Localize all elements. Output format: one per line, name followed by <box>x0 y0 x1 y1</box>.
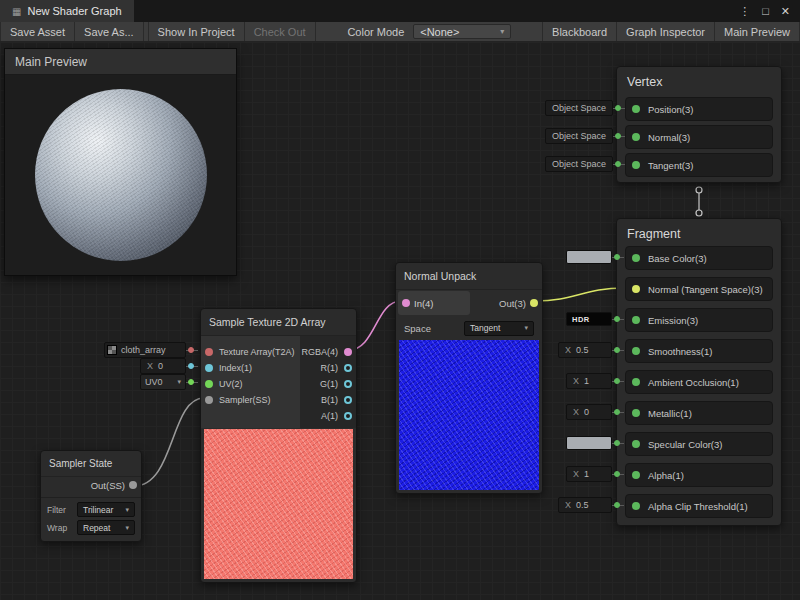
normal-space-dropdown[interactable]: Object Space <box>545 128 613 144</box>
sample-node-title: Sample Texture 2D Array <box>201 309 356 336</box>
port-normal-tangent-space[interactable] <box>632 285 640 293</box>
port-index-label: Index(1) <box>219 363 252 373</box>
block-normal-tangent-space[interactable]: Normal (Tangent Space)(3) <box>625 277 773 301</box>
port-row-g[interactable]: G(1) <box>320 376 356 392</box>
alpha-field[interactable]: X 1 <box>566 466 612 482</box>
axis-label: X <box>147 361 153 371</box>
normal-space-label: Object Space <box>552 131 606 141</box>
port-sampler[interactable] <box>205 396 213 404</box>
port-metallic[interactable] <box>632 409 640 417</box>
port-emission[interactable] <box>632 316 640 324</box>
color-mode-dropdown[interactable]: <None> ▾ <box>413 24 511 39</box>
port-rgba[interactable] <box>344 348 352 356</box>
main-preview-panel[interactable]: Main Preview <box>4 48 237 276</box>
block-emission[interactable]: Emission(3) <box>625 308 773 332</box>
node-fragment[interactable]: Fragment Base Color(3) Normal (Tangent S… <box>616 218 782 526</box>
texture-array-field[interactable]: cloth_array <box>104 342 186 358</box>
port-ambient-occlusion[interactable] <box>632 378 640 386</box>
smoothness-field[interactable]: X 0.5 <box>558 342 612 358</box>
port-texture-array[interactable] <box>205 348 213 356</box>
filter-label: Filter <box>47 505 66 515</box>
tangent-space-dropdown[interactable]: Object Space <box>545 156 613 172</box>
port-tangent[interactable] <box>632 161 640 169</box>
port-position[interactable] <box>632 105 640 113</box>
port-normal[interactable] <box>632 133 640 141</box>
check-out-button[interactable]: Check Out <box>245 22 316 41</box>
save-asset-button[interactable]: Save Asset <box>0 22 75 41</box>
node-vertex[interactable]: Vertex Position(3) Normal(3) Tangent(3) <box>616 66 782 183</box>
metallic-field[interactable]: X 0 <box>566 404 612 420</box>
port-row-out-ss[interactable]: Out(SS) <box>41 475 141 495</box>
metallic-value[interactable]: 0 <box>584 407 589 417</box>
emission-hdr-field[interactable]: HDR <box>566 312 612 326</box>
space-dropdown[interactable]: Tangent ▾ <box>464 321 534 336</box>
save-as-button[interactable]: Save As... <box>75 22 144 41</box>
port-row-b[interactable]: B(1) <box>321 392 356 408</box>
port-a[interactable] <box>344 412 352 420</box>
show-in-project-button[interactable]: Show In Project <box>148 22 245 41</box>
menu-icon[interactable]: ⋮ <box>739 5 750 18</box>
block-tangent[interactable]: Tangent(3) <box>625 153 773 177</box>
block-base-color[interactable]: Base Color(3) <box>625 246 773 270</box>
port-g[interactable] <box>344 380 352 388</box>
port-r[interactable] <box>344 364 352 372</box>
wrap-dropdown[interactable]: Repeat ▾ <box>77 520 135 535</box>
port-row-in[interactable]: In(4) <box>398 291 470 315</box>
ambient-occlusion-value[interactable]: 1 <box>584 376 589 386</box>
port-out[interactable] <box>530 299 538 307</box>
maximize-icon[interactable]: □ <box>762 5 769 17</box>
ambient-occlusion-field[interactable]: X 1 <box>566 373 612 389</box>
alpha-clip-threshold-value[interactable]: 0.5 <box>576 500 589 510</box>
position-space-dropdown[interactable]: Object Space <box>545 100 613 116</box>
block-normal[interactable]: Normal(3) <box>625 125 773 149</box>
window-tab[interactable]: ▦ New Shader Graph <box>0 0 134 22</box>
port-row-rgba[interactable]: RGBA(4) <box>301 344 356 360</box>
main-preview-button[interactable]: Main Preview <box>715 22 800 41</box>
block-ambient-occlusion[interactable]: Ambient Occlusion(1) <box>625 370 773 394</box>
filter-dropdown[interactable]: Trilinear ▾ <box>77 502 135 517</box>
axis-label: X <box>573 376 579 386</box>
port-row-out[interactable]: Out(3) <box>472 291 542 315</box>
port-b[interactable] <box>344 396 352 404</box>
block-alpha[interactable]: Alpha(1) <box>625 463 773 487</box>
main-preview-header[interactable]: Main Preview <box>5 49 236 75</box>
node-normal-unpack[interactable]: Normal Unpack In(4) Out(3) Space Tangent… <box>395 262 543 494</box>
port-texture-array-label: Texture Array(T2A) <box>219 347 295 357</box>
port-row-texture-array[interactable]: Texture Array(T2A) <box>201 344 295 360</box>
node-sampler-state[interactable]: Sampler State Out(SS) Filter Trilinear ▾… <box>40 450 142 542</box>
port-specular-color[interactable] <box>632 440 640 448</box>
port-in[interactable] <box>402 299 410 307</box>
block-position[interactable]: Position(3) <box>625 97 773 121</box>
blackboard-button[interactable]: Blackboard <box>542 22 617 41</box>
block-metallic[interactable]: Metallic(1) <box>625 401 773 425</box>
block-specular-color[interactable]: Specular Color(3) <box>625 432 773 456</box>
graph-inspector-button[interactable]: Graph Inspector <box>617 22 715 41</box>
specular-color-swatch[interactable] <box>566 436 612 450</box>
port-uv[interactable] <box>205 380 213 388</box>
port-g-label: G(1) <box>320 379 338 389</box>
smoothness-value[interactable]: 0.5 <box>576 345 589 355</box>
port-smoothness[interactable] <box>632 347 640 355</box>
alpha-value[interactable]: 1 <box>584 469 589 479</box>
base-color-swatch[interactable] <box>566 250 612 264</box>
node-sample-texture-2d-array[interactable]: Sample Texture 2D Array Texture Array(T2… <box>200 308 357 583</box>
port-row-uv[interactable]: UV(2) <box>201 376 243 392</box>
block-smoothness[interactable]: Smoothness(1) <box>625 339 773 363</box>
port-out-ss-label: Out(SS) <box>91 480 125 491</box>
alpha-clip-threshold-field[interactable]: X 0.5 <box>558 497 612 513</box>
uv-channel-dropdown[interactable]: UV0 ▾ <box>140 374 186 390</box>
port-row-r[interactable]: R(1) <box>321 360 357 376</box>
port-base-color[interactable] <box>632 254 640 262</box>
port-out-ss[interactable] <box>129 481 137 489</box>
port-alpha-clip-threshold[interactable] <box>632 502 640 510</box>
block-alpha-clip-threshold[interactable]: Alpha Clip Threshold(1) <box>625 494 773 518</box>
port-row-index[interactable]: Index(1) <box>201 360 252 376</box>
port-row-a[interactable]: A(1) <box>321 408 356 424</box>
index-value[interactable]: 0 <box>158 361 163 371</box>
port-row-sampler[interactable]: Sampler(SS) <box>201 392 271 408</box>
port-r-label: R(1) <box>321 363 339 373</box>
port-alpha[interactable] <box>632 471 640 479</box>
close-icon[interactable]: ✕ <box>781 5 790 18</box>
index-field[interactable]: X 0 <box>140 358 186 374</box>
port-index[interactable] <box>205 364 213 372</box>
